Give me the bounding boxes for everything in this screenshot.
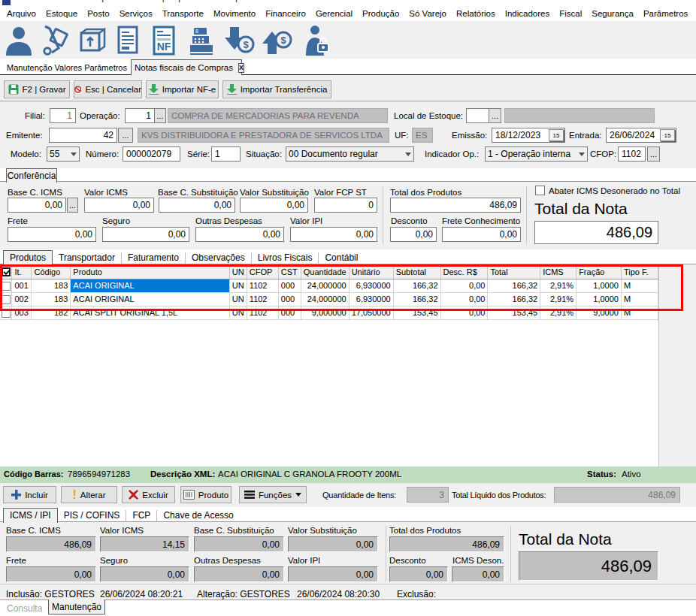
menu-item[interactable]: Transporte [162, 9, 204, 18]
menu-item[interactable]: Arquivo [7, 9, 36, 18]
grid-col-header[interactable]: Código [32, 265, 71, 279]
conf-valor-icms-field[interactable]: 0,00 [84, 198, 154, 213]
grid-col-header[interactable]: Subtotal [393, 265, 440, 279]
grid-cell[interactable]: 182 [32, 306, 71, 319]
grid-cell[interactable]: M [621, 279, 658, 292]
grid-cell[interactable]: 9,000000 [301, 306, 349, 319]
conf-base-icms-lookup-button[interactable]: ... [67, 198, 78, 213]
incluir-button[interactable]: Incluir [3, 486, 56, 503]
tab-notas-fiscais-compras[interactable]: Notas fiscais de Compras X [131, 59, 242, 75]
invoice-icon[interactable] [111, 24, 144, 57]
menu-item[interactable]: Serviços [120, 9, 153, 18]
grid-cell[interactable]: 0,00 [440, 306, 488, 319]
row-checkbox[interactable] [2, 309, 11, 318]
package-icon[interactable] [76, 24, 109, 57]
menu-item[interactable]: Relatórios [456, 9, 495, 18]
abater-icms-checkbox[interactable] [535, 186, 545, 195]
grid-cell[interactable]: ACAI SPLIT ORIGINAL 1,5L [71, 306, 229, 319]
local-estoque-field[interactable] [466, 108, 489, 123]
funcoes-button[interactable]: Funções [239, 486, 307, 503]
items-tab-0[interactable]: Produtos [3, 250, 53, 265]
grid-cell[interactable]: 003 [12, 306, 32, 319]
situacao-combo[interactable]: 00 Documento regular [286, 146, 414, 162]
grid-cell[interactable]: 1102 [247, 292, 278, 306]
menu-item[interactable]: Posto [87, 9, 109, 18]
operacao-field[interactable]: 1 [125, 108, 155, 123]
grid-cell[interactable]: 17,050000 [349, 306, 393, 319]
grid-row-3[interactable]: 003182ACAI SPLIT ORIGINAL 1,5LUN11020009… [0, 306, 658, 319]
grid-cell[interactable]: 000 [278, 292, 301, 306]
grid-cell[interactable]: 002 [12, 292, 32, 306]
items-tab-4[interactable]: Livros Fiscais [252, 252, 319, 264]
grid-cell[interactable]: 1102 [247, 279, 278, 292]
conf-frete-field[interactable]: 0,00 [8, 227, 96, 242]
cash-register-icon[interactable]: 8 [185, 24, 218, 57]
tax-tab-1[interactable]: PIS / COFINS [58, 510, 127, 522]
grid-col-header[interactable]: UN [229, 265, 247, 279]
grid-cell[interactable]: 2,91% [540, 279, 576, 292]
cfop-lookup-button[interactable]: ... [647, 146, 660, 162]
grid-cell[interactable]: 2,91% [540, 292, 576, 306]
grid-cell[interactable]: ACAI ORIGINAL [71, 279, 229, 292]
produto-button[interactable]: Produto [180, 486, 231, 503]
grid-cell[interactable]: 153,45 [488, 306, 540, 319]
money-down-icon[interactable]: $ [222, 24, 256, 57]
conf-ipi-field[interactable]: 0,00 [290, 227, 377, 242]
tax-tab-3[interactable]: Chave de Acesso [157, 510, 239, 522]
grid-cell[interactable]: 183 [32, 279, 71, 292]
row-checkbox[interactable] [2, 282, 11, 291]
grid-row-2[interactable]: 002183ACAI ORIGINALUN110200024,0000006,9… [0, 292, 658, 306]
grid-cell[interactable]: 153,45 [393, 306, 440, 319]
emissao-calendar-icon[interactable]: 15 [549, 129, 564, 141]
menu-item[interactable]: Financeiro [265, 9, 306, 18]
menu-item[interactable]: Movimento [213, 9, 256, 18]
entrada-field[interactable]: 26/06/2024 15 [606, 128, 676, 143]
grid-col-header[interactable]: It. [12, 265, 32, 279]
emitente-lookup-button[interactable]: ... [118, 128, 133, 143]
menu-item[interactable]: Produção [362, 9, 399, 18]
local-estoque-lookup-button[interactable]: ... [489, 108, 501, 123]
grid-cell[interactable]: 24,000000 [301, 279, 349, 292]
grid-cell[interactable]: 2,91% [540, 306, 576, 319]
tab-consulta[interactable]: Consulta [7, 603, 42, 614]
cfop-field[interactable]: 1102 [618, 146, 646, 162]
menu-item[interactable]: Estoque [46, 9, 77, 18]
items-tab-5[interactable]: Contábil [319, 252, 364, 264]
menu-item[interactable]: Só Varejo [409, 9, 446, 18]
items-tab-2[interactable]: Faturamento [122, 252, 186, 264]
menu-item[interactable]: Parâmetros [643, 9, 688, 18]
nf-document-icon[interactable]: NF [147, 24, 180, 57]
entrada-calendar-icon[interactable]: 15 [660, 129, 675, 141]
grid-cell[interactable]: 0,00 [440, 292, 488, 306]
grid-col-header[interactable]: Desc. R$ [440, 265, 488, 279]
user-lock-icon[interactable] [300, 24, 333, 57]
grid-col-header[interactable]: Total [488, 265, 540, 279]
menu-item[interactable]: Segurança [592, 9, 634, 18]
conf-seguro-field[interactable]: 0,00 [102, 227, 189, 242]
grid-cell[interactable]: 001 [12, 279, 32, 292]
grid-col-header[interactable]: ICMS [540, 265, 576, 279]
grid-cell[interactable]: 6,930000 [349, 279, 393, 292]
conf-frete-conhec-field[interactable]: 0,00 [442, 227, 521, 242]
tab-conferencia[interactable]: Conferência [6, 168, 57, 183]
hand-truck-icon[interactable] [40, 24, 73, 57]
grid-cell[interactable]: 166,32 [393, 279, 440, 292]
grid-cell[interactable]: UN [229, 279, 247, 292]
grid-cell[interactable]: M [621, 292, 658, 306]
menu-item[interactable]: Indicadores [505, 9, 549, 18]
grid-col-header[interactable]: Fração [576, 265, 622, 279]
conf-total-produtos-field[interactable]: 486,09 [390, 198, 521, 213]
grid-cell[interactable]: UN [229, 292, 247, 306]
conf-valor-subst-field[interactable]: 0,00 [240, 198, 308, 213]
close-tab-icon[interactable]: X [238, 63, 244, 73]
grid-cell[interactable]: 183 [32, 292, 71, 306]
grid-col-header[interactable]: Unitário [349, 265, 393, 279]
grid-cell[interactable]: 166,32 [393, 292, 440, 306]
indicador-combo[interactable]: 1 - Operação interna [485, 146, 588, 162]
alterar-button[interactable]: ! Alterar [61, 486, 117, 503]
conf-fcp-st-field[interactable]: 0 [314, 198, 377, 213]
serie-field[interactable]: 1 [211, 146, 241, 162]
grid-cell[interactable]: M [621, 306, 658, 319]
operacao-lookup-button[interactable]: ... [154, 108, 166, 123]
menu-item[interactable]: Fiscal [559, 9, 582, 18]
